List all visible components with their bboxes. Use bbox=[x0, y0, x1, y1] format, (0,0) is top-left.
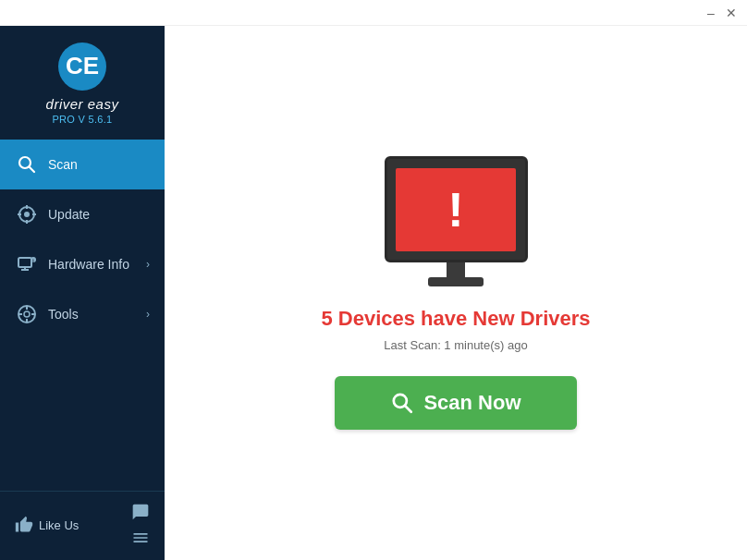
tools-chevron: › bbox=[146, 308, 150, 321]
monitor-screen: ! bbox=[396, 168, 516, 251]
sidebar-nav: Scan Update bbox=[0, 140, 165, 491]
svg-rect-10 bbox=[18, 258, 31, 267]
logo-section: CE driver easy PRO V 5.6.1 bbox=[0, 26, 165, 140]
minimize-button[interactable]: – bbox=[703, 5, 719, 21]
title-bar: – ✕ bbox=[0, 0, 747, 26]
monitor-container: ! bbox=[385, 156, 528, 286]
svg-point-5 bbox=[24, 212, 30, 217]
monitor-stand-base bbox=[428, 277, 484, 286]
main-content: ! 5 Devices have New Drivers Last Scan: … bbox=[165, 26, 747, 560]
menu-icon[interactable] bbox=[131, 529, 150, 547]
footer-icons bbox=[131, 503, 150, 547]
sidebar-item-hardware-info[interactable]: i Hardware Info › bbox=[0, 239, 165, 289]
logo-version: PRO V 5.6.1 bbox=[52, 114, 112, 125]
tools-icon bbox=[15, 302, 39, 326]
logo-icon: CE bbox=[58, 43, 106, 91]
app-body: CE driver easy PRO V 5.6.1 Scan bbox=[0, 26, 747, 560]
svg-point-16 bbox=[24, 311, 30, 317]
monitor-stand-neck bbox=[447, 262, 465, 277]
scan-now-icon bbox=[390, 391, 414, 415]
hardware-info-icon: i bbox=[15, 252, 39, 276]
monitor-exclaim: ! bbox=[447, 186, 463, 234]
monitor: ! bbox=[385, 156, 528, 262]
sidebar-item-scan[interactable]: Scan bbox=[0, 140, 165, 189]
sidebar-item-tools[interactable]: Tools › bbox=[0, 289, 165, 339]
sidebar-item-update[interactable]: Update bbox=[0, 189, 165, 239]
like-us-label: Like Us bbox=[39, 518, 79, 532]
update-icon bbox=[15, 202, 39, 226]
scan-now-button[interactable]: Scan Now bbox=[335, 376, 576, 430]
scan-now-label: Scan Now bbox=[423, 391, 520, 415]
status-title: 5 Devices have New Drivers bbox=[321, 307, 590, 331]
sidebar: CE driver easy PRO V 5.6.1 Scan bbox=[0, 26, 165, 560]
hardware-info-label: Hardware Info bbox=[48, 257, 146, 272]
logo-name: driver easy bbox=[46, 96, 119, 112]
hardware-info-chevron: › bbox=[146, 258, 150, 271]
svg-line-3 bbox=[30, 167, 35, 173]
svg-text:CE: CE bbox=[66, 52, 99, 79]
scan-icon bbox=[15, 152, 39, 177]
like-us-button[interactable]: Like Us bbox=[15, 516, 79, 534]
scan-label: Scan bbox=[48, 157, 150, 172]
thumb-up-icon bbox=[15, 516, 33, 534]
svg-line-22 bbox=[406, 406, 412, 412]
chat-icon[interactable] bbox=[131, 503, 150, 521]
last-scan-label: Last Scan: 1 minute(s) ago bbox=[384, 338, 527, 352]
tools-label: Tools bbox=[48, 307, 146, 322]
close-button[interactable]: ✕ bbox=[723, 5, 740, 21]
update-label: Update bbox=[48, 207, 150, 222]
sidebar-footer: Like Us bbox=[0, 491, 165, 560]
